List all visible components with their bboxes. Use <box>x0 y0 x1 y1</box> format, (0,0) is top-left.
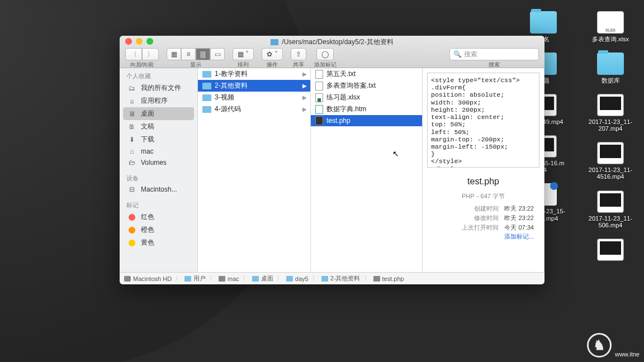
folder-icon <box>321 276 328 282</box>
add-tag-link[interactable]: 添加标记... <box>427 232 539 241</box>
folder-icon <box>184 276 191 282</box>
sidebar-item-downloads[interactable]: ⬇下载 <box>120 133 197 146</box>
desktop-item[interactable] <box>588 239 633 263</box>
all-files-icon: 🗂 <box>127 84 136 92</box>
sidebar-header: 标记 <box>120 201 197 211</box>
desktop-item[interactable]: 2017-11-23_11-506.mp4 <box>588 190 633 228</box>
home-icon: ⌂ <box>127 147 136 155</box>
path-segment[interactable]: day5 <box>295 275 309 282</box>
action-button[interactable]: ✿ ˅ <box>262 48 282 60</box>
file-row[interactable]: 2-其他资料▶ <box>198 80 310 92</box>
sidebar-item-label: 下载 <box>141 135 154 144</box>
path-segment[interactable]: Macintosh HD <box>133 275 172 282</box>
sidebar-item-label: 红色 <box>141 212 154 222</box>
sidebar-item-label: 文稿 <box>141 122 154 131</box>
search-icon: 🔍 <box>453 50 462 58</box>
column-1[interactable]: 1-教学资料▶2-其他资料▶3-视频▶4-源代码▶ <box>198 68 311 272</box>
minimize-button[interactable] <box>136 38 143 45</box>
sidebar-item-label: Macintosh... <box>141 185 177 193</box>
desktop-item[interactable]: 2017-11-23_11-207.mp4 <box>588 94 633 132</box>
sidebar: 个人收藏🗂我的所有文件⩍应用程序🖥桌面🗎文稿⬇下载⌂mac🗁Volumes设备⊟… <box>120 68 198 272</box>
sidebar-item-desktop[interactable]: 🖥桌面 <box>123 107 194 120</box>
chevron-right-icon: ▶ <box>302 94 307 101</box>
desktop-item[interactable]: XLSX多表查询.xlsx <box>588 11 633 42</box>
view-icon-button[interactable]: ▦ <box>167 48 181 60</box>
tag-button[interactable]: ◯ <box>316 48 334 60</box>
file-row[interactable]: 第五天.txt <box>311 68 422 80</box>
desktop-item[interactable]: 2017-11-23_11-4516.mp4 <box>588 142 633 180</box>
htm-icon <box>315 105 323 114</box>
watermark: ♞ www.itne <box>572 324 640 358</box>
sidebar-item-label: 橙色 <box>141 225 154 235</box>
desktop-item[interactable]: 数据库 <box>588 53 633 84</box>
file-row[interactable]: 4-源代码▶ <box>198 103 310 115</box>
file-row[interactable]: 3-视频▶ <box>198 92 310 103</box>
sidebar-item-apps[interactable]: ⩍应用程序 <box>120 94 197 107</box>
nav-back-button[interactable]: 〈 <box>125 48 142 60</box>
share-button[interactable]: ⇪ <box>291 48 306 60</box>
mp4-icon <box>597 94 624 116</box>
preview-pane: <style type="text/css"> .divForm{ positi… <box>423 68 544 272</box>
view-list-button[interactable]: ≡ <box>181 48 196 60</box>
home-icon <box>219 276 225 282</box>
column-2[interactable]: 第五天.txt多表查询答案.txt练习题.xlsx数据字典.htmtest.ph… <box>311 68 423 272</box>
file-row[interactable]: 练习题.xlsx <box>311 92 422 103</box>
path-segment[interactable]: 2-其他资料 <box>330 274 361 283</box>
preview-details: 创建时间昨天 23:22修改时间昨天 23:22上次打开时间今天 07:34 <box>427 204 539 232</box>
folder-icon <box>202 106 211 113</box>
path-bar[interactable]: Macintosh HD〉用户〉mac〉桌面〉day5〉2-其他资料〉test.… <box>120 272 544 284</box>
tag-red-icon <box>127 213 136 221</box>
sidebar-item-documents[interactable]: 🗎文稿 <box>120 120 197 133</box>
file-row[interactable]: 数据字典.htm <box>311 103 422 115</box>
window-title: /Users/mac/Desktop/day5/2-其他资料 <box>271 37 393 47</box>
folder-icon <box>286 276 293 282</box>
volumes-icon: 🗁 <box>127 159 136 166</box>
search-input[interactable]: 🔍 搜索 <box>449 48 539 60</box>
sidebar-item-tag-red[interactable]: 红色 <box>120 211 197 223</box>
file-icon <box>373 276 380 282</box>
file-row[interactable]: test.php <box>311 115 422 126</box>
hdd-icon: ⊟ <box>127 185 136 193</box>
desktop-icon: 🖥 <box>127 110 136 118</box>
xlsx-icon <box>315 93 323 102</box>
sidebar-item-label: mac <box>141 147 154 155</box>
close-button[interactable] <box>125 38 132 45</box>
mp4-icon <box>597 239 624 261</box>
preview-filename: test.php <box>427 177 539 187</box>
tag-yellow-icon <box>127 239 136 247</box>
nav-forward-button[interactable]: 〉 <box>142 48 159 60</box>
sidebar-item-tag-yellow[interactable]: 黄色 <box>120 236 197 249</box>
sidebar-item-tag-orange[interactable]: 橙色 <box>120 223 197 236</box>
chevron-right-icon: ▶ <box>302 83 307 89</box>
nav-label: 向后/向前 <box>130 61 154 69</box>
mp4-icon <box>597 190 624 213</box>
hd-icon <box>124 276 131 282</box>
view-gallery-button[interactable]: ▭ <box>210 48 225 60</box>
sidebar-header: 个人收藏 <box>120 72 197 82</box>
folder-icon <box>202 83 211 89</box>
sidebar-item-volumes[interactable]: 🗁Volumes <box>120 157 197 168</box>
window-controls[interactable] <box>125 38 153 45</box>
sidebar-item-all-files[interactable]: 🗂我的所有文件 <box>120 82 197 94</box>
file-row[interactable]: 1-教学资料▶ <box>198 68 310 80</box>
sidebar-item-label: 黄色 <box>141 238 154 247</box>
finder-window: /Users/mac/Desktop/day5/2-其他资料 〈 〉 向后/向前… <box>120 36 544 284</box>
zoom-button[interactable] <box>146 38 153 45</box>
txt-icon <box>315 70 323 79</box>
folder-icon <box>202 71 211 78</box>
path-segment[interactable]: mac <box>228 275 239 282</box>
preview-meta: PHP－647 字节 <box>427 192 539 201</box>
sidebar-item-hdd[interactable]: ⊟Macintosh... <box>120 184 197 195</box>
folder-icon <box>530 11 557 34</box>
sidebar-item-label: 我的所有文件 <box>141 83 181 93</box>
path-segment[interactable]: 桌面 <box>261 274 273 283</box>
path-segment[interactable]: 用户 <box>193 274 206 283</box>
folder-icon <box>252 276 259 282</box>
file-row[interactable]: 多表查询答案.txt <box>311 80 422 92</box>
sidebar-item-home[interactable]: ⌂mac <box>120 146 197 157</box>
view-column-button[interactable]: ||| <box>196 48 210 60</box>
folder-icon <box>202 94 211 101</box>
titlebar: /Users/mac/Desktop/day5/2-其他资料 〈 〉 向后/向前… <box>120 36 544 68</box>
arrange-button[interactable]: ▦ ˅ <box>233 48 254 60</box>
path-segment[interactable]: test.php <box>382 275 404 282</box>
